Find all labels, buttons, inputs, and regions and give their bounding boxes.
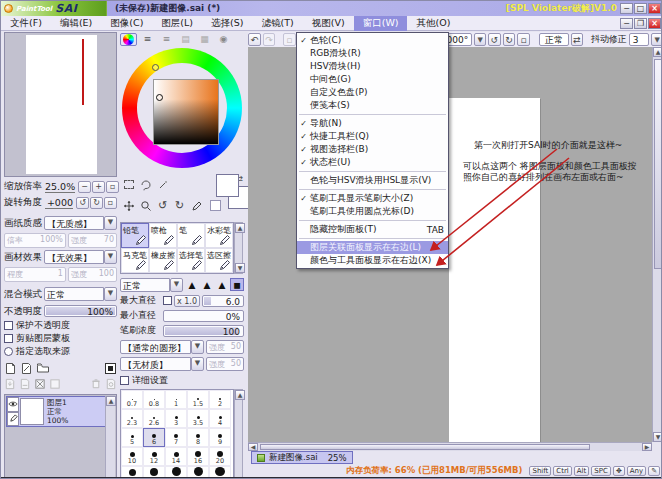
zoom-reset-button[interactable]: ▫ — [106, 181, 119, 193]
brush-blend-dropdown-icon[interactable]: ▼ — [170, 278, 183, 292]
tool-slot-empty-2[interactable] — [188, 174, 205, 195]
rotate-view-tool[interactable]: ↺ — [154, 195, 171, 216]
brush-size-cell[interactable]: 6 — [143, 428, 165, 447]
navigator-preview[interactable] — [4, 32, 117, 177]
custom-palette-tab[interactable]: ▦ — [196, 33, 213, 46]
edge-shape-soft[interactable]: ▲ — [185, 278, 199, 291]
transparent-color-swatch[interactable] — [210, 200, 221, 211]
rect-select-tool[interactable] — [120, 174, 137, 195]
doc-close-button[interactable]: × — [648, 18, 661, 29]
rotate-reset-button[interactable]: ▫ — [104, 197, 117, 209]
menu-item[interactable]: 便笺本(S) — [297, 99, 448, 112]
menu-item[interactable]: 图层关联面板显示在右边(L) — [297, 241, 448, 254]
menu-item[interactable]: 隐藏控制面板(T)TAB — [297, 223, 448, 236]
menu-item[interactable]: RGB滑块(R) — [297, 47, 448, 60]
menubar-item[interactable]: 选择(S) — [202, 16, 252, 31]
zoom-tool[interactable] — [137, 195, 154, 216]
checkbox[interactable] — [4, 321, 13, 330]
intermediate-color-tab[interactable]: ▤ — [177, 33, 194, 46]
scroll-up-icon[interactable]: ▲ — [235, 223, 245, 233]
brush-size-cell[interactable]: 4 — [209, 409, 231, 428]
move-tool[interactable] — [120, 195, 137, 216]
layer-mask-icon[interactable] — [105, 378, 117, 390]
max-diameter-checkbox[interactable] — [163, 296, 172, 305]
scroll-up-icon[interactable]: ▲ — [653, 47, 662, 57]
brush-tool-6[interactable]: 橡皮擦 — [149, 248, 177, 273]
redo-button[interactable]: ↷ — [263, 33, 276, 46]
layer-row[interactable]: 图层1 正常 100% — [6, 396, 106, 427]
brush-density-slider[interactable]: 100 — [163, 325, 244, 337]
minimize-button[interactable]: − — [620, 3, 633, 14]
menu-item[interactable]: ✓快捷工具栏(Q) — [297, 130, 448, 143]
scroll-up-icon[interactable]: ▲ — [235, 390, 245, 400]
brush-size-cell[interactable]: 3 — [165, 409, 187, 428]
brush-tool-4[interactable]: 水彩笔 — [205, 223, 233, 248]
brush-tool-7[interactable]: 选择笔 — [177, 248, 205, 273]
edge-shape-hard[interactable]: ▲ — [215, 278, 229, 291]
brush-size-cell[interactable]: 0.7 — [121, 390, 143, 409]
brush-size-cell[interactable]: 1.5 — [187, 390, 209, 409]
stabilizer-dropdown-icon[interactable]: ▼ — [651, 33, 662, 46]
stabilizer-value-field[interactable]: 3 — [629, 33, 649, 46]
undo-button[interactable]: ↶ — [248, 33, 261, 46]
brush-tool-8[interactable]: 选区擦 — [205, 248, 233, 273]
rotate-angle-value[interactable]: +000 — [45, 197, 73, 209]
saturation-value-square[interactable] — [153, 79, 219, 145]
min-diameter-slider[interactable]: 0% — [163, 310, 244, 322]
brush-size-cell[interactable]: 2 — [209, 390, 231, 409]
brush-tool-2[interactable]: 喷枪 — [149, 223, 177, 248]
color-wheel-tab[interactable] — [120, 33, 137, 46]
rotate-cw-button[interactable]: ↻ — [90, 197, 103, 209]
brush-size-cell[interactable]: 3.5 — [187, 409, 209, 428]
radio-button[interactable] — [4, 347, 13, 356]
zoom-in-button[interactable]: + — [92, 181, 105, 193]
brush-texture-select[interactable]: 【无材质】 ▼ — [120, 357, 204, 371]
zoom-ratio-value[interactable]: 25.0% — [45, 181, 75, 193]
menu-item[interactable]: ✓导航(N) — [297, 117, 448, 130]
view-rotate-ccw-button[interactable]: ↺ — [488, 33, 501, 46]
canvas-vscrollbar[interactable]: ▲ ▼ — [652, 47, 662, 442]
brush-shape-select[interactable]: 【通常的圆形】 ▼ — [120, 340, 204, 354]
max-diameter-slider[interactable]: 6.0 — [202, 295, 244, 307]
merge-down-icon[interactable] — [19, 378, 31, 390]
layer-visibility-icon[interactable] — [7, 397, 19, 412]
paint-effect-icon[interactable] — [104, 362, 117, 375]
clear-layer-icon[interactable] — [34, 378, 46, 390]
brush-grid-scrollbar[interactable]: ▲ ▼ — [234, 222, 243, 274]
vscroll-thumb[interactable] — [654, 59, 662, 269]
menu-item[interactable]: HSV滑块(H) — [297, 60, 448, 73]
lasso-tool[interactable] — [137, 174, 154, 195]
layer-thumbnail[interactable] — [20, 398, 44, 425]
delete-layer-icon[interactable] — [90, 378, 102, 390]
opacity-slider[interactable]: 100% — [44, 305, 117, 317]
menubar-item[interactable]: 窗口(W) — [354, 16, 408, 31]
color-wheel[interactable] — [120, 46, 244, 172]
rgb-slider-tab[interactable]: ≡ — [139, 33, 156, 46]
brush-tool-1[interactable]: 铅笔 — [121, 223, 149, 248]
checkbox[interactable] — [4, 334, 13, 343]
view-reset-button[interactable]: ▫ — [517, 33, 530, 46]
close-button[interactable]: × — [648, 3, 661, 14]
brush-size-cell[interactable]: 5 — [121, 428, 143, 447]
menubar-item[interactable]: 其他(O) — [407, 16, 459, 31]
doc-minimize-button[interactable]: − — [620, 18, 633, 29]
menu-item[interactable]: 笔刷工具使用圆点光标(D) — [297, 205, 448, 218]
scratchpad-tab[interactable]: ◉ — [215, 33, 232, 46]
deselect-button[interactable]: ▫ — [283, 33, 296, 46]
angle-dropdown-icon[interactable]: ▼ — [474, 33, 486, 46]
menu-item[interactable]: ✓状态栏(U) — [297, 156, 448, 169]
zoom-out-button[interactable]: − — [78, 181, 91, 193]
menu-item[interactable]: ✓色轮(C) — [297, 34, 448, 47]
menu-item[interactable]: 中间色(G) — [297, 73, 448, 86]
brush-size-cell[interactable]: 0.8 — [143, 390, 165, 409]
magic-wand-tool[interactable] — [154, 174, 171, 195]
paper-texture-dropdown-icon[interactable]: ▼ — [104, 216, 117, 230]
diameter-multiplier-button[interactable]: x 1.0 — [174, 295, 200, 307]
doc-restore-button[interactable]: ❐ — [634, 18, 647, 29]
menubar-item[interactable]: 图像(C) — [101, 16, 152, 31]
eyedropper-tool[interactable] — [188, 195, 205, 216]
brush-shape-dropdown-icon[interactable]: ▼ — [191, 340, 204, 354]
hsv-slider-tab[interactable]: ≡ — [158, 33, 175, 46]
menu-item[interactable]: ✓笔刷工具显示笔刷大小(Z) — [297, 192, 448, 205]
blend-mode-dropdown-icon[interactable]: ▼ — [104, 287, 117, 301]
